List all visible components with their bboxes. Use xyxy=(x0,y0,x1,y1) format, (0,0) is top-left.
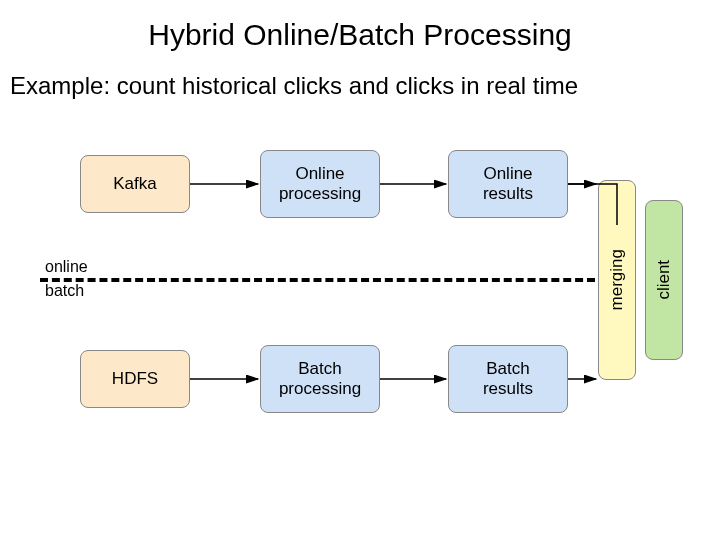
node-online-processing: Onlineprocessing xyxy=(260,150,380,218)
node-online-processing-label: Onlineprocessing xyxy=(279,164,361,203)
node-client: client xyxy=(645,200,683,360)
node-merging: merging xyxy=(598,180,636,380)
lane-divider xyxy=(40,278,595,282)
node-batch-results-label: Batchresults xyxy=(483,359,533,398)
lane-label-online: online xyxy=(45,258,88,276)
node-batch-processing: Batchprocessing xyxy=(260,345,380,413)
lane-label-batch: batch xyxy=(45,282,84,300)
node-client-label: client xyxy=(654,260,674,300)
node-kafka: Kafka xyxy=(80,155,190,213)
diagram-title: Hybrid Online/Batch Processing xyxy=(0,18,720,52)
node-online-results: Onlineresults xyxy=(448,150,568,218)
node-hdfs-label: HDFS xyxy=(112,369,158,389)
node-hdfs: HDFS xyxy=(80,350,190,408)
diagram-subtitle: Example: count historical clicks and cli… xyxy=(10,72,710,100)
node-batch-results: Batchresults xyxy=(448,345,568,413)
node-online-results-label: Onlineresults xyxy=(483,164,533,203)
node-batch-processing-label: Batchprocessing xyxy=(279,359,361,398)
node-merging-label: merging xyxy=(607,249,627,310)
node-kafka-label: Kafka xyxy=(113,174,156,194)
